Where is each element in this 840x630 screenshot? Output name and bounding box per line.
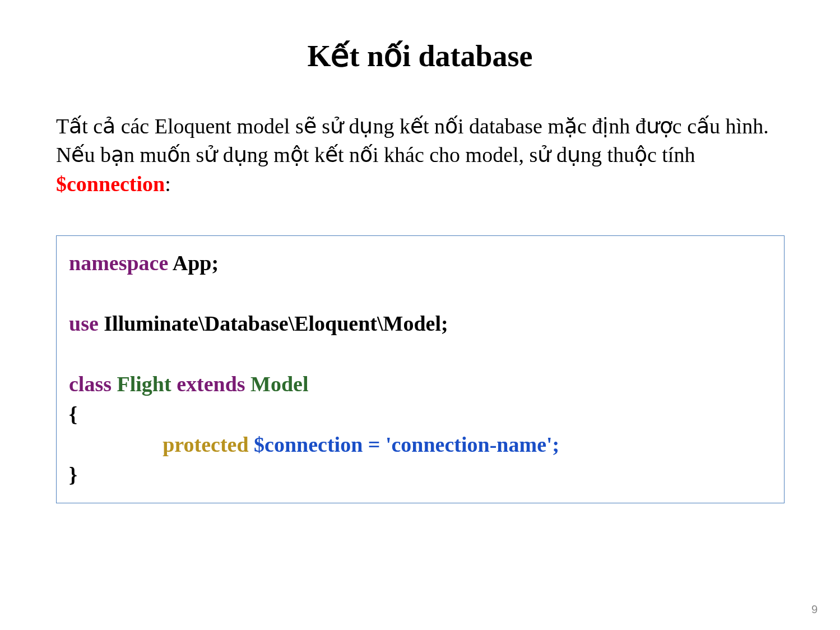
paragraph-post: : xyxy=(165,172,171,196)
slide: Kết nối database Tất cả các Eloquent mod… xyxy=(0,0,840,630)
string-value: 'connection-name' xyxy=(386,433,553,456)
var-connection: $connection xyxy=(249,433,368,456)
page-number: 9 xyxy=(811,603,818,616)
kw-use: use xyxy=(69,312,99,335)
paragraph-highlight: $connection xyxy=(56,172,165,196)
code-line-close-brace: } xyxy=(69,460,772,490)
kw-protected: protected xyxy=(163,433,248,456)
name-use: Illuminate\Database\Eloquent\Model; xyxy=(99,312,448,335)
code-line-blank-2 xyxy=(69,339,772,369)
code-line-property: protected $connection = 'connection-name… xyxy=(69,430,772,460)
code-line-blank-1 xyxy=(69,279,772,309)
name-namespace: App; xyxy=(168,251,219,275)
slide-title: Kết nối database xyxy=(0,0,840,73)
code-line-namespace: namespace App; xyxy=(69,248,772,279)
body-paragraph: Tất cả các Eloquent model sẽ sử dụng kết… xyxy=(56,112,790,198)
name-class: Flight xyxy=(112,372,177,396)
code-line-open-brace: { xyxy=(69,400,772,430)
code-block: namespace App; use Illuminate\Database\E… xyxy=(56,235,785,503)
code-line-use: use Illuminate\Database\Eloquent\Model; xyxy=(69,309,772,339)
kw-extends: extends xyxy=(177,372,245,396)
paragraph-pre: Tất cả các Eloquent model sẽ sử dụng kết… xyxy=(56,114,769,166)
name-model: Model xyxy=(245,372,309,396)
code-line-class: class Flight extends Model xyxy=(69,369,772,400)
kw-namespace: namespace xyxy=(69,251,168,275)
equals: = xyxy=(368,433,386,456)
semicolon: ; xyxy=(553,433,560,456)
kw-class: class xyxy=(69,372,112,396)
